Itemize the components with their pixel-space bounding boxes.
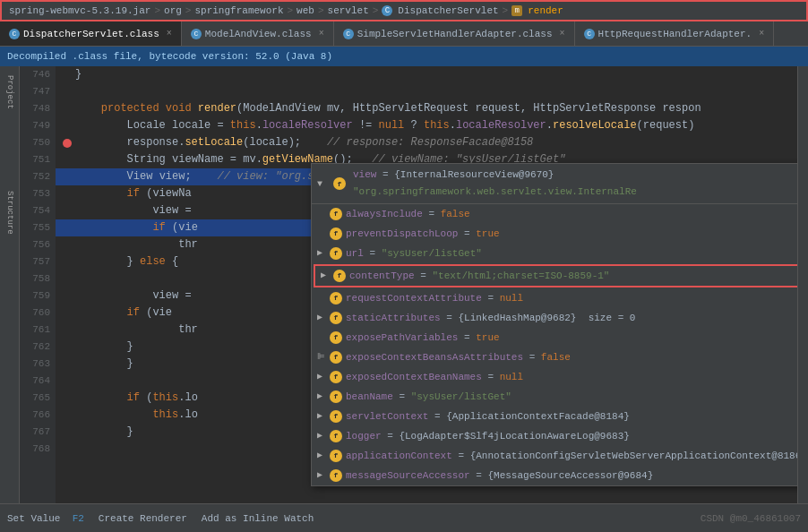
debug-row-exposepathvars[interactable]: f exposePathVariables = true [312,328,797,348]
set-value-button[interactable]: Set Value F2 [7,513,84,524]
add-inline-watch-button[interactable]: Add as Inline Watch [202,513,314,524]
field-icon-7: f [330,331,342,344]
breadcrumb-bar: spring-webmvc-5.3.19.jar > org > springf… [0,0,808,21]
field-text-14: messageSourceAccessor = {MessageSourceAc… [346,468,653,484]
debug-popup[interactable]: ▼ f view = {InternalResourceView@9670} "… [311,163,797,486]
info-text: Decompiled .class file, bytecode version… [7,51,332,62]
field-text-11: servletContext = {ApplicationContextFaca… [346,408,630,425]
tab-class-icon2: C [191,29,202,39]
code-line-750: response.setLocale(locale); // response:… [56,134,797,151]
line-numbers: 746 747 748 749 750 751 752 753 754 755 … [20,66,56,503]
field-icon-3: f [330,247,342,260]
code-line-746: } [56,66,797,83]
debug-row-staticattributes[interactable]: ▶ f staticAttributes = {LinkedHashMap@96… [312,308,797,328]
field-text-12: logger = {LogAdapter$Slf4jLocationAwareL… [346,428,630,444]
gutter-750 [59,139,75,148]
code-line-747 [56,83,797,100]
field-text-5: requestContextAttribute = null [346,290,523,306]
breadcrumb-pkg4: servlet [328,5,369,16]
field-icon-9: f [330,371,342,383]
popup-expand-icon[interactable]: ▼ [317,176,330,193]
tab-class-icon4: C [584,29,595,39]
tab-modelandview[interactable]: C ModelAndView.class × [182,21,334,47]
field-icon-4: f [333,270,346,282]
field-text-3: url = "sysUser/listGet" [346,245,482,262]
code-area[interactable]: } protected void render(ModelAndView mv,… [56,66,797,503]
field-text-4: contentType = "text/html;charset=ISO-885… [349,268,609,284]
tab-dispatcherservlet[interactable]: C DispatcherServlet.class × [0,21,182,47]
debug-popup-header[interactable]: ▼ f view = {InternalResourceView@9670} "… [312,164,797,204]
breadcrumb-jar: spring-webmvc-5.3.19.jar [9,5,150,16]
tab-bar: C DispatcherServlet.class × C ModelAndVi… [0,21,808,47]
debug-row-beanname[interactable]: ▶ f beanName = "sysUser/listGet" [312,387,797,407]
right-scrollbar[interactable] [797,66,808,503]
debug-row-logger[interactable]: ▶ f logger = {LogAdapter$Slf4jLocationAw… [312,426,797,446]
tab-label2: ModelAndView.class [205,29,312,39]
debug-row-alwaysinclude[interactable]: f alwaysInclude = false [312,204,797,224]
field-text-7: exposePathVariables = true [346,330,500,346]
tab-httprequest[interactable]: C HttpRequestHandlerAdapter. × [575,21,775,47]
breadcrumb-method: render [528,5,563,16]
field-icon-2: f [330,227,342,240]
debug-row-exposecontextbeans[interactable]: ⊫ f exposeContextBeansAsAttributes = fal… [312,348,797,367]
tab-close-icon[interactable]: × [167,29,172,39]
field-icon-10: f [330,390,342,403]
popup-field-icon: f [333,177,346,190]
field-text-1: alwaysInclude = false [346,206,470,222]
tab-close-icon4[interactable]: × [759,29,764,39]
debug-row-messagesource[interactable]: ▶ f messageSourceAccessor = {MessageSour… [312,466,797,485]
tab-simpleservlet[interactable]: C SimpleServletHandlerAdapter.class × [334,21,575,47]
tab-label3: SimpleServletHandlerAdapter.class [357,29,553,39]
left-sidebar: Project Structure [0,66,20,503]
debug-row-contenttype[interactable]: ▶ f contentType = "text/html;charset=ISO… [314,264,797,287]
method-icon: m [511,5,522,16]
field-icon-13: f [330,450,342,462]
breadcrumb-pkg1: org [164,5,182,16]
tab-label4: HttpRequestHandlerAdapter. [598,29,752,39]
tab-class-icon3: C [343,29,354,39]
tab-close-icon2[interactable]: × [319,29,324,39]
field-text-9: exposedContextBeanNames = null [346,369,523,385]
breadcrumb-class: DispatcherServlet [398,5,498,16]
field-icon-14: f [330,469,342,482]
field-text-10: beanName = "sysUser/listGet" [346,389,511,405]
sidebar-project-icon[interactable]: Project [3,70,17,115]
debug-row-preventdispatch[interactable]: f preventDispatchLoop = true [312,224,797,244]
sidebar-structure-icon[interactable]: Structure [3,190,17,235]
debug-row-servletcontext[interactable]: ▶ f servletContext = {ApplicationContext… [312,407,797,426]
field-text-2: preventDispatchLoop = true [346,226,500,242]
tab-label: DispatcherServlet.class [23,29,159,39]
field-icon-1: f [330,208,342,220]
field-icon-6: f [330,312,342,324]
bottom-bar: Set Value F2 Create Renderer Add as Inli… [0,503,808,532]
field-icon-5: f [330,292,342,305]
info-bar: Decompiled .class file, bytecode version… [0,47,808,66]
field-text-6: staticAttributes = {LinkedHashMap@9682} … [346,310,635,326]
debug-row-requestcontext[interactable]: f requestContextAttribute = null [312,288,797,308]
code-line-749: Locale locale = this.localeResolver != n… [56,117,797,134]
field-icon-8: f [330,351,342,364]
debug-row-url[interactable]: ▶ f url = "sysUser/listGet" [312,244,797,263]
main-area: Project Structure 746 747 748 749 750 75… [0,66,808,503]
set-value-label[interactable]: Set Value [7,513,60,524]
code-line-748: protected void render(ModelAndView mv, H… [56,100,797,117]
class-icon: C [382,5,392,16]
breadcrumb-pkg2: springframework [194,5,283,16]
field-text-13: applicationContext = {AnnotationConfigSe… [346,448,797,464]
field-text-8: exposeContextBeansAsAttributes = false [346,349,571,365]
f2-key-label: F2 [73,513,84,524]
popup-header-text: view = {InternalResourceView@9670} "org.… [353,167,797,201]
field-icon-11: f [330,410,342,423]
debug-row-appcontext[interactable]: ▶ f applicationContext = {AnnotationConf… [312,446,797,466]
tab-class-icon: C [9,29,20,39]
breadcrumb-pkg3: web [297,5,314,16]
tab-close-icon3[interactable]: × [560,29,565,39]
watermark: CSDN @m0_46861007 [701,513,801,524]
create-renderer-button[interactable]: Create Renderer [99,513,187,524]
breadcrumb-sep1: > [154,5,160,16]
field-icon-12: f [330,430,342,442]
debug-row-exposedcontextbeannames[interactable]: ▶ f exposedContextBeanNames = null [312,367,797,387]
